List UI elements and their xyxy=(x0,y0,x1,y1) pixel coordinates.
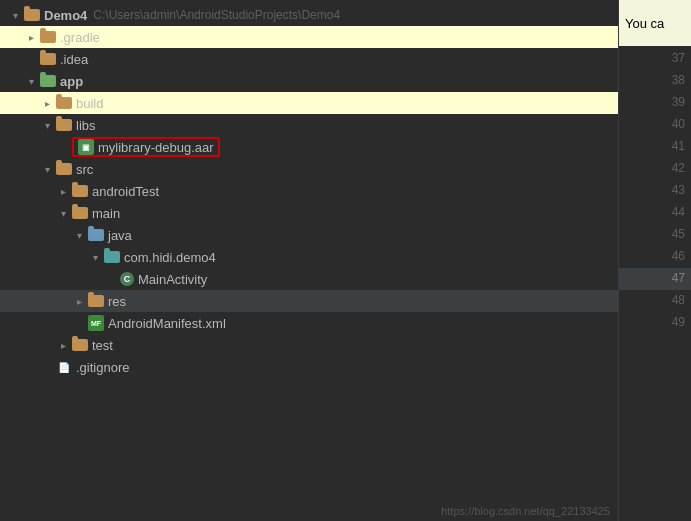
arrow-main xyxy=(56,206,70,220)
item-name-idea: .idea xyxy=(60,52,88,67)
line-numbers-panel: You ca 37 38 39 40 41 42 43 44 45 46 47 … xyxy=(618,0,691,521)
tree-item-java[interactable]: java xyxy=(0,224,618,246)
watermark: https://blog.csdn.net/qq_22133425 xyxy=(441,505,610,517)
arrow-androidtest xyxy=(56,184,70,198)
arrow-res xyxy=(72,294,86,308)
tree-item-test[interactable]: test xyxy=(0,334,618,356)
item-name-build: build xyxy=(76,96,103,111)
item-name-package: com.hidi.demo4 xyxy=(124,250,216,265)
item-name-demo4: Demo4 xyxy=(44,8,87,23)
arrow-demo4 xyxy=(8,8,22,22)
folder-icon-main xyxy=(72,207,88,219)
tree-item-aar[interactable]: ▣ mylibrary-debug.aar xyxy=(0,136,618,158)
item-name-aar: mylibrary-debug.aar xyxy=(98,140,214,155)
line-37: 37 xyxy=(619,48,691,70)
tree-item-src[interactable]: src xyxy=(0,158,618,180)
folder-icon-test xyxy=(72,339,88,351)
line-46: 46 xyxy=(619,246,691,268)
item-name-libs: libs xyxy=(76,118,96,133)
folder-icon-app xyxy=(40,75,56,87)
line-38: 38 xyxy=(619,70,691,92)
item-name-app: app xyxy=(60,74,83,89)
tree-item-demo4[interactable]: Demo4 C:\Users\admin\AndroidStudioProjec… xyxy=(0,4,618,26)
line-48: 48 xyxy=(619,290,691,312)
line-numbers: 37 38 39 40 41 42 43 44 45 46 47 48 49 xyxy=(619,46,691,334)
item-name-gitignore: .gitignore xyxy=(76,360,129,375)
item-name-gradle: .gradle xyxy=(60,30,100,45)
line-45: 45 xyxy=(619,224,691,246)
folder-icon-build xyxy=(56,97,72,109)
file-tree-panel: Demo4 C:\Users\admin\AndroidStudioProjec… xyxy=(0,0,618,521)
arrow-package xyxy=(88,250,102,264)
item-name-src: src xyxy=(76,162,93,177)
folder-icon-demo4 xyxy=(24,9,40,21)
line-41: 41 xyxy=(619,136,691,158)
folder-icon-src xyxy=(56,163,72,175)
arrow-build xyxy=(40,96,54,110)
item-name-test: test xyxy=(92,338,113,353)
line-44: 44 xyxy=(619,202,691,224)
line-40: 40 xyxy=(619,114,691,136)
folder-icon-idea xyxy=(40,53,56,65)
item-name-androidmanifest: AndroidManifest.xml xyxy=(108,316,226,331)
aar-highlight: ▣ mylibrary-debug.aar xyxy=(72,137,220,157)
xml-icon: MF xyxy=(88,315,104,331)
folder-icon-res xyxy=(88,295,104,307)
folder-icon-java xyxy=(88,229,104,241)
item-path-demo4: C:\Users\admin\AndroidStudioProjects\Dem… xyxy=(93,8,340,22)
activity-icon: C xyxy=(120,272,134,286)
arrow-app xyxy=(24,74,38,88)
arrow-gradle xyxy=(24,30,38,44)
folder-icon-gradle xyxy=(40,31,56,43)
arrow-src xyxy=(40,162,54,176)
line-39: 39 xyxy=(619,92,691,114)
arrow-test xyxy=(56,338,70,352)
tree-container: Demo4 C:\Users\admin\AndroidStudioProjec… xyxy=(0,0,618,382)
arrow-java xyxy=(72,228,86,242)
tree-item-app[interactable]: app xyxy=(0,70,618,92)
folder-icon-libs xyxy=(56,119,72,131)
tree-item-main[interactable]: main xyxy=(0,202,618,224)
tree-item-gitignore[interactable]: 📄 .gitignore xyxy=(0,356,618,378)
arrow-libs xyxy=(40,118,54,132)
tree-item-idea[interactable]: .idea xyxy=(0,48,618,70)
line-42: 42 xyxy=(619,158,691,180)
item-name-mainactivity: MainActivity xyxy=(138,272,207,287)
line-49: 49 xyxy=(619,312,691,334)
tree-item-package[interactable]: com.hidi.demo4 xyxy=(0,246,618,268)
tree-item-androidtest[interactable]: androidTest xyxy=(0,180,618,202)
tree-item-res[interactable]: res xyxy=(0,290,618,312)
you-can-text: You ca xyxy=(619,0,691,46)
item-name-res: res xyxy=(108,294,126,309)
item-name-androidtest: androidTest xyxy=(92,184,159,199)
item-name-java: java xyxy=(108,228,132,243)
line-43: 43 xyxy=(619,180,691,202)
line-47: 47 xyxy=(619,268,691,290)
aar-icon: ▣ xyxy=(78,139,94,155)
folder-icon-package xyxy=(104,251,120,263)
tree-item-androidmanifest[interactable]: MF AndroidManifest.xml xyxy=(0,312,618,334)
file-icon-gitignore: 📄 xyxy=(56,359,72,375)
tree-item-gradle[interactable]: .gradle xyxy=(0,26,618,48)
item-name-main: main xyxy=(92,206,120,221)
folder-icon-androidtest xyxy=(72,185,88,197)
tree-item-build[interactable]: build xyxy=(0,92,618,114)
tree-item-libs[interactable]: libs xyxy=(0,114,618,136)
tree-item-mainactivity[interactable]: C MainActivity xyxy=(0,268,618,290)
